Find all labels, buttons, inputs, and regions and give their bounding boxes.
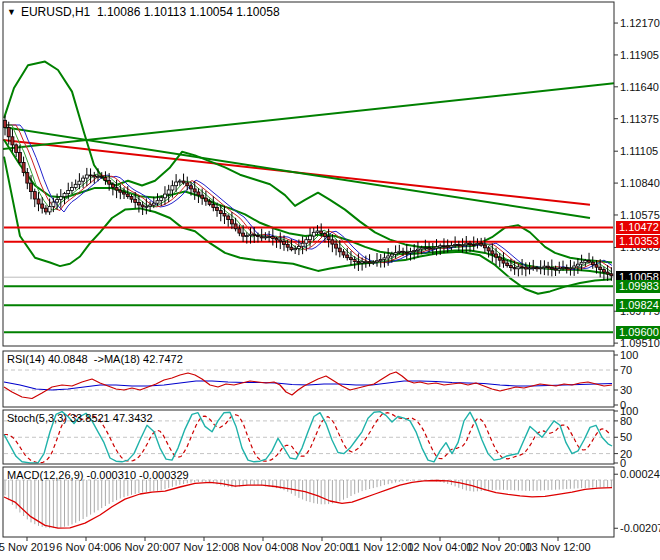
chart-window: ▼EURUSD,H1 1.10086 1.10113 1.10054 1.100…: [0, 0, 660, 560]
price-level-badge: 1.09983: [616, 280, 660, 293]
trendline-2[interactable]: [0, 83, 614, 149]
price-axis-tick-label: 1.11375: [620, 113, 659, 125]
bollinger-upper-band: [4, 62, 612, 263]
price-level-badge: 1.09824: [616, 299, 660, 312]
price-axis-tick-label: 1.10840: [620, 177, 660, 189]
rsi-indicator-label: RSI(14) 40.0848 ->MA(18) 42.7472: [7, 353, 183, 365]
macd-pane[interactable]: [4, 480, 613, 528]
price-level-badge: 1.09600: [616, 326, 660, 339]
macd-axis-label: -0.002071: [620, 522, 660, 534]
stoch-axis-label: 50: [620, 431, 632, 443]
rsi-pane[interactable]: [4, 370, 613, 399]
macd-axis-label: 0.000248: [620, 468, 660, 480]
macd-signal-line: [4, 481, 612, 529]
time-axis-label: 13 Nov 12:00: [513, 541, 603, 553]
main-pane[interactable]: [0, 62, 614, 333]
price-axis-tick-label: 1.12170: [620, 17, 660, 29]
rsi-ma-line: [4, 381, 612, 390]
price-level-badge: 1.10353: [616, 235, 660, 248]
price-axis-tick-label: 1.11105: [620, 145, 658, 157]
price-level-badge: 1.10472: [616, 221, 660, 234]
stoch-indicator-label: Stoch(5,3,3) 33.8521 47.3432: [7, 412, 153, 424]
symbol-collapse-icon[interactable]: ▼: [7, 7, 16, 17]
macd-indicator-label: MACD(12,26,9) -0.000310 -0.000329: [7, 469, 189, 481]
rsi-axis-label: 70: [620, 364, 632, 376]
stoch-axis-label: 0: [620, 457, 626, 469]
macd-histogram: [5, 480, 611, 528]
rsi-axis-label: 30: [620, 384, 632, 396]
price-axis-tick-label: 1.11905: [620, 49, 659, 61]
price-axis-tick-label: 1.10575: [620, 209, 660, 221]
rsi-axis-label: 100: [620, 349, 638, 361]
chart-title-text: EURUSD,H1 1.10086 1.10113 1.10054 1.1005…: [21, 5, 280, 19]
stoch-axis-label: 80: [620, 415, 632, 427]
price-axis-tick-label: 1.11640: [620, 81, 659, 93]
chart-title: ▼EURUSD,H1 1.10086 1.10113 1.10054 1.100…: [7, 5, 280, 19]
